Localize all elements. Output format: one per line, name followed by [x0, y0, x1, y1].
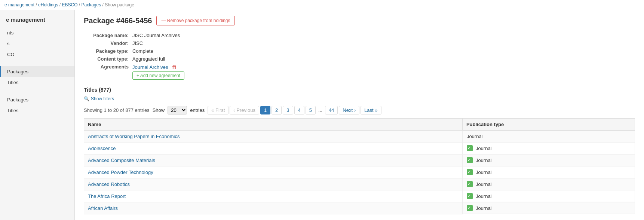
detail-row-package-name: Package name: JISC Journal Archives — [84, 31, 635, 39]
sidebar-item-co[interactable]: CO — [0, 49, 74, 60]
detail-row-agreements: Agreements Journal Archives 🗑 + Add new … — [84, 63, 635, 81]
table-cell-name: Advanced Composite Materials — [84, 154, 463, 166]
page-title: Package #466-5456 — [84, 16, 152, 25]
title-link[interactable]: Abstracts of Working Papers in Economics — [88, 134, 180, 139]
chevron-first-icon: « — [211, 107, 214, 113]
table-row: Advanced Composite MaterialsJournal — [84, 154, 635, 166]
title-link[interactable]: Advanced Composite Materials — [88, 158, 155, 163]
checked-icon — [467, 169, 473, 175]
previous-label: Previous — [236, 107, 255, 113]
pub-type-value: Journal — [476, 146, 492, 151]
breadcrumb: e management / eHoldings / EBSCO / Packa… — [0, 0, 644, 10]
table-row: Abstracts of Working Papers in Economics… — [84, 131, 635, 143]
last-page-button[interactable]: Last » — [361, 106, 381, 114]
table-cell-name: Advanced Powder Technology — [84, 166, 463, 178]
table-row: The Africa ReportJournal — [84, 190, 635, 202]
table-cell-name: Adolescence — [84, 142, 463, 154]
package-details: Package name: JISC Journal Archives Vend… — [84, 31, 635, 81]
page-button-4[interactable]: 4 — [294, 106, 304, 114]
sidebar-item-titles-bottom[interactable]: Titles — [0, 105, 74, 116]
title-link[interactable]: Advanced Robotics — [88, 181, 130, 187]
sidebar-divider-2 — [0, 91, 74, 91]
checked-icon — [467, 205, 473, 211]
title-link[interactable]: Adolescence — [88, 146, 116, 151]
table-cell-name: The Africa Report — [84, 190, 463, 202]
checked-icon — [467, 193, 473, 199]
table-cell-pub-type: Journal — [463, 131, 635, 142]
agreements-value: Journal Archives 🗑 + Add new agreement — [132, 64, 184, 80]
agreement-link[interactable]: Journal Archives — [132, 64, 168, 70]
content-type-label: Content type: — [84, 56, 132, 62]
first-page-button[interactable]: « First — [208, 106, 229, 114]
table-row: Advanced RoboticsJournal — [84, 178, 635, 190]
last-label: Last — [364, 107, 374, 113]
entries-label: entries — [190, 107, 205, 113]
chevron-left-icon: ‹ — [233, 107, 235, 113]
sidebar: e management nts s CO Packages Titles Pa… — [0, 10, 75, 220]
page-button-5[interactable]: 5 — [306, 106, 316, 114]
checked-icon — [467, 181, 473, 187]
package-name-label: Package name: — [84, 33, 132, 38]
sidebar-item-titles-ebsco[interactable]: Titles — [0, 77, 74, 88]
agreements-label: Agreements — [84, 64, 132, 80]
pub-type-value: Journal — [476, 205, 492, 211]
page-button-1[interactable]: 1 — [260, 106, 270, 114]
package-name-value: JISC Journal Archives — [132, 33, 180, 38]
pub-type-value: Journal — [476, 158, 492, 163]
table-cell-pub-type: Journal — [463, 154, 635, 166]
remove-package-button[interactable]: — Remove package from holdings — [156, 16, 235, 25]
table-cell-name: Abstracts of Working Papers in Economics — [84, 131, 463, 143]
table-row: African AffairsJournal — [84, 202, 635, 214]
next-label: Next — [343, 107, 353, 113]
detail-row-vendor: Vendor: JISC — [84, 39, 635, 47]
sidebar-item-packages-bottom[interactable]: Packages — [0, 94, 74, 105]
title-link[interactable]: African Affairs — [88, 205, 118, 211]
detail-row-package-type: Package type: Complete — [84, 47, 635, 55]
breadcrumb-link-packages[interactable]: Packages — [82, 2, 101, 7]
search-icon: 🔍 — [84, 96, 89, 101]
breadcrumb-current: Show package — [105, 2, 134, 7]
page-button-44[interactable]: 44 — [325, 106, 338, 114]
show-filters-label: Show filters — [91, 96, 114, 101]
sidebar-divider-1 — [0, 63, 74, 63]
entries-per-page-select[interactable]: 10 20 50 100 — [168, 106, 187, 114]
next-page-button[interactable]: Next › — [339, 106, 359, 114]
vendor-label: Vendor: — [84, 40, 132, 46]
package-type-label: Package type: — [84, 48, 132, 54]
checked-icon — [467, 145, 473, 151]
table-cell-name: African Affairs — [84, 202, 463, 214]
titles-table: Name Publication type Abstracts of Worki… — [84, 118, 635, 214]
table-cell-pub-type: Journal — [463, 190, 635, 202]
col-header-pub-type: Publication type — [462, 119, 635, 131]
show-label: Show — [153, 107, 165, 113]
table-cell-name: Advanced Robotics — [84, 178, 463, 190]
page-button-2[interactable]: 2 — [272, 106, 282, 114]
delete-agreement-icon[interactable]: 🗑 — [172, 64, 177, 70]
showing-text: Showing 1 to 20 of 877 entries — [84, 107, 150, 113]
table-cell-pub-type: Journal — [463, 142, 635, 154]
main-content: Package #466-5456 — Remove package from … — [75, 10, 644, 220]
show-filters-link[interactable]: 🔍 Show filters — [84, 96, 114, 101]
pub-type-value: Journal — [467, 134, 483, 139]
detail-row-content-type: Content type: Aggregated full — [84, 55, 635, 63]
sidebar-item-s[interactable]: s — [0, 38, 74, 49]
col-header-name: Name — [84, 119, 463, 131]
sidebar-item-packages-ebsco[interactable]: Packages — [0, 66, 74, 77]
pagination: « First ‹ Previous 1 2 3 4 5 ... 44 Next… — [208, 106, 381, 114]
content-type-value: Aggregated full — [132, 56, 165, 62]
table-controls: Showing 1 to 20 of 877 entries Show 10 2… — [84, 106, 635, 114]
page-button-3[interactable]: 3 — [283, 106, 293, 114]
previous-page-button[interactable]: ‹ Previous — [230, 106, 259, 114]
first-label: First — [215, 107, 225, 113]
pub-type-value: Journal — [476, 169, 492, 175]
sidebar-item-nts[interactable]: nts — [0, 27, 74, 38]
add-agreement-button[interactable]: + Add new agreement — [132, 71, 184, 80]
chevron-right-icon: › — [354, 107, 356, 113]
pub-type-value: Journal — [476, 193, 492, 199]
breadcrumb-link-ebsco[interactable]: EBSCO — [62, 2, 77, 7]
title-link[interactable]: Advanced Powder Technology — [88, 169, 153, 175]
breadcrumb-link-emanagement[interactable]: e management — [4, 2, 34, 7]
page-title-row: Package #466-5456 — Remove package from … — [84, 16, 635, 25]
breadcrumb-link-eholdings[interactable]: eHoldings — [38, 2, 58, 7]
title-link[interactable]: The Africa Report — [88, 193, 126, 199]
